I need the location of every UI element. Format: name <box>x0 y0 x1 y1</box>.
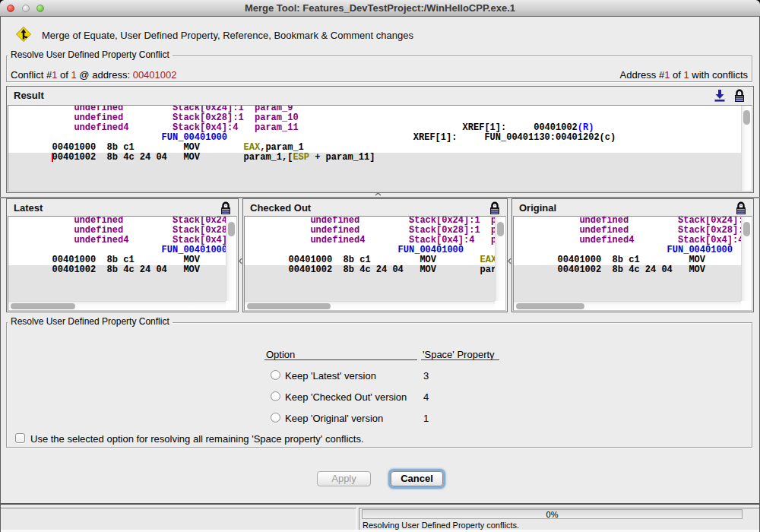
progress-bar: 0% <box>362 509 743 519</box>
result-listing[interactable]: undefinedStack[0x24]:1param_9undefinedSt… <box>8 105 752 192</box>
original-listing[interactable]: undefinedStack[0x24]:1param_9undefinedSt… <box>513 216 752 311</box>
result-panel-title: Result <box>14 90 44 101</box>
checked-out-panel: Checked Out undefinedStack[0x24]:1param_… <box>242 198 508 312</box>
property-column-underline <box>421 359 499 360</box>
merge-description: Merge of Equate, User Defined Property, … <box>42 30 413 41</box>
lock-icon[interactable] <box>220 201 232 214</box>
original-panel-title: Original <box>519 202 556 214</box>
apply-to-all-label: Use the selected option for resolving al… <box>30 433 364 445</box>
keep-latest-label: Keep 'Latest' version <box>285 370 376 382</box>
latest-panel-header: Latest <box>7 199 238 216</box>
lock-icon[interactable] <box>735 201 747 214</box>
address-counter: Address #1 of 1 with conflicts <box>620 69 748 81</box>
status-right-panel: 0% Resolving User Defined Property confl… <box>359 508 759 530</box>
resolve-groupbox-title: Resolve User Defined Property Conflict <box>8 317 173 327</box>
checked-out-listing[interactable]: undefinedStack[0x24]:1param_9undefinedSt… <box>244 216 506 311</box>
keep-original-label: Keep 'Original' version <box>285 413 383 424</box>
latest-panel-title: Latest <box>14 202 43 214</box>
lock-icon[interactable] <box>733 89 746 102</box>
option-column-underline <box>264 359 417 360</box>
keep-latest-radio[interactable] <box>271 370 280 380</box>
checked-out-horizontal-scrollbar[interactable] <box>245 301 495 310</box>
status-message: Resolving User Defined Property conflict… <box>363 521 519 530</box>
result-vertical-scrollbar[interactable] <box>741 106 752 191</box>
original-panel-header: Original <box>512 199 753 216</box>
conflict-counter: Conflict #1 of 1 @ address: 00401002 <box>11 69 177 81</box>
latest-vertical-scrollbar[interactable] <box>226 217 236 301</box>
latest-property-value: 3 <box>423 370 429 382</box>
lock-icon[interactable] <box>489 201 501 214</box>
checked-out-panel-header: Checked Out <box>243 199 507 216</box>
checked-out-panel-title: Checked Out <box>250 202 311 214</box>
title-bar: Merge Tool: Features_DevTestProject:/Win… <box>0 0 760 17</box>
window-title: Merge Tool: Features_DevTestProject:/Win… <box>0 0 760 17</box>
checked-out-vertical-scrollbar[interactable] <box>495 217 505 301</box>
conflict-groupbox-title: Resolve User Defined Property Conflict <box>8 50 173 60</box>
content-bottom-divider <box>0 503 760 505</box>
latest-listing[interactable]: undefinedStack[0x24]:1param_9undefinedSt… <box>8 216 237 311</box>
option-column-header: Option <box>266 349 295 360</box>
latest-horizontal-scrollbar[interactable] <box>8 301 226 310</box>
keep-original-radio[interactable] <box>271 413 280 423</box>
status-left-panel <box>1 508 356 530</box>
original-vertical-scrollbar[interactable] <box>741 217 752 301</box>
keep-checked-out-label: Keep 'Checked Out' version <box>285 391 407 403</box>
apply-button[interactable]: Apply <box>317 471 371 486</box>
track-location-icon[interactable] <box>714 89 726 102</box>
split-collapse-up-icon[interactable] <box>375 192 382 196</box>
result-panel: Result undefinedStack[0x24]:1param_9unde… <box>6 86 754 193</box>
cancel-button[interactable]: Cancel <box>391 471 443 486</box>
merge-sign-icon <box>16 27 31 42</box>
original-property-value: 1 <box>423 413 429 424</box>
original-horizontal-scrollbar[interactable] <box>514 301 741 310</box>
latest-panel: Latest undefinedStack[0x24]:1param_9unde… <box>6 198 239 312</box>
keep-checked-out-radio[interactable] <box>271 391 280 401</box>
property-column-header: 'Space' Property <box>423 349 495 360</box>
original-panel: Original undefinedStack[0x24]:1param_9un… <box>511 198 754 312</box>
checked-out-property-value: 4 <box>423 391 429 403</box>
resolve-conflict-groupbox <box>6 322 752 448</box>
merge-tool-window: Merge Tool: Features_DevTestProject:/Win… <box>0 0 760 532</box>
result-panel-header: Result <box>7 87 753 103</box>
apply-to-all-checkbox[interactable] <box>15 433 25 443</box>
result-cursor <box>52 153 53 162</box>
